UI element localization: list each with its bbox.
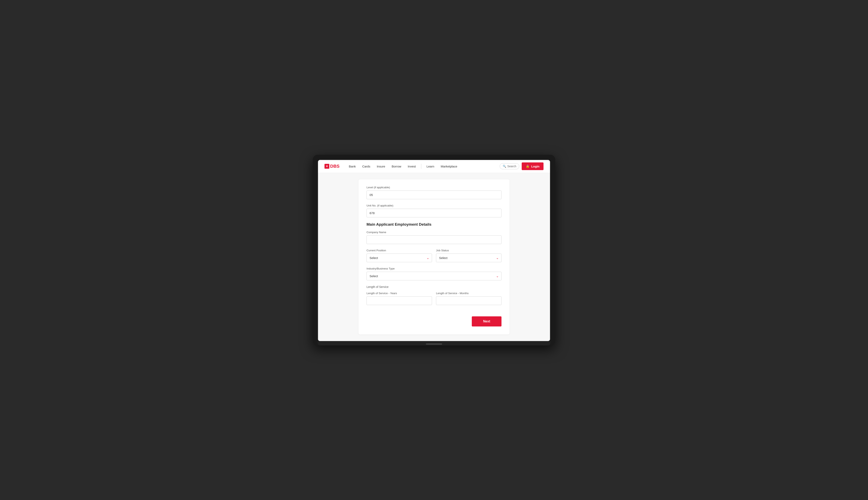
current-position-select[interactable]: Select (366, 253, 432, 262)
los-section-title: Length of Service (366, 285, 502, 288)
level-label: Level (if applicable) (366, 186, 502, 189)
current-position-group: Current Position Select ⌄ (366, 249, 432, 262)
industry-select[interactable]: Select (366, 272, 502, 281)
los-years-label: Length of Service - Years (366, 292, 432, 295)
nav-learn[interactable]: Learn (424, 163, 437, 170)
industry-wrapper: Select ⌄ (366, 272, 502, 281)
logo[interactable]: ✕ DBS (324, 164, 340, 169)
laptop-notch (426, 343, 442, 345)
search-box[interactable]: 🔍 Search (500, 163, 519, 169)
nav-invest[interactable]: Invest (405, 163, 419, 170)
search-icon: 🔍 (503, 164, 506, 168)
current-position-wrapper: Select ⌄ (366, 253, 432, 262)
los-months-label: Length of Service - Months (436, 292, 502, 295)
industry-group: Industry/Business Type Select ⌄ (366, 267, 502, 281)
nav-marketplace[interactable]: Marketplace (438, 163, 460, 170)
nav-right: 🔍 Search 🔒 Login (500, 162, 544, 170)
logo-icon: ✕ (324, 164, 329, 169)
job-status-group: Job Status Select ⌄ (436, 249, 502, 262)
navbar: ✕ DBS Bank Cards Insure Borrow Invest Le… (318, 160, 550, 173)
nav-borrow[interactable]: Borrow (389, 163, 404, 170)
los-months-group: Length of Service - Months (436, 292, 502, 305)
nav-insure[interactable]: Insure (374, 163, 388, 170)
level-group: Level (if applicable) (366, 186, 502, 199)
company-name-group: Company Name (366, 231, 502, 244)
company-name-input[interactable] (366, 235, 502, 244)
search-label: Search (507, 164, 516, 168)
next-button[interactable]: Next (472, 316, 502, 327)
los-years-group: Length of Service - Years (366, 292, 432, 305)
section-title: Main Applicant Employment Details (366, 222, 502, 227)
current-position-label: Current Position (366, 249, 432, 252)
los-row: Length of Service - Years Length of Serv… (366, 292, 502, 310)
nav-links: Bank Cards Insure Borrow Invest Learn Ma… (346, 163, 498, 170)
job-status-select[interactable]: Select (436, 253, 502, 262)
main-content: Level (if applicable) Unit No. (if appli… (318, 173, 550, 341)
nav-bank[interactable]: Bank (346, 163, 358, 170)
form-card: Level (if applicable) Unit No. (if appli… (358, 179, 510, 334)
lock-icon: 🔒 (526, 164, 529, 168)
logo-text: DBS (330, 164, 340, 169)
login-label: Login (531, 164, 539, 168)
unit-group: Unit No. (if applicable) (366, 204, 502, 217)
los-months-input[interactable] (436, 296, 502, 305)
job-status-label: Job Status (436, 249, 502, 252)
nav-divider (421, 164, 421, 169)
los-years-input[interactable] (366, 296, 432, 305)
nav-cards[interactable]: Cards (359, 163, 373, 170)
job-status-wrapper: Select ⌄ (436, 253, 502, 262)
company-name-label: Company Name (366, 231, 502, 234)
unit-input[interactable] (366, 209, 502, 217)
industry-label: Industry/Business Type (366, 267, 502, 270)
level-input[interactable] (366, 191, 502, 199)
unit-label: Unit No. (if applicable) (366, 204, 502, 207)
position-status-row: Current Position Select ⌄ Job Status (366, 249, 502, 267)
login-button[interactable]: 🔒 Login (522, 162, 544, 170)
